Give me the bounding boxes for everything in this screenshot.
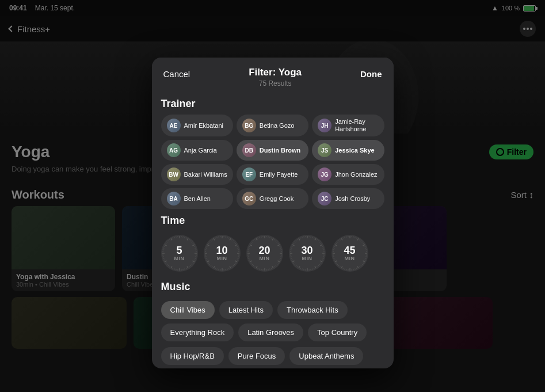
time-value: 10	[216, 245, 227, 256]
trainer-grid: AE Amir Ekbatani BG Betina Gozo JH Jamie…	[161, 115, 384, 209]
trainer-chip[interactable]: GC Gregg Cook	[237, 188, 308, 209]
more-music-chip[interactable]: Hip Hop/R&B	[161, 347, 224, 365]
more-music-chip[interactable]: Pure Focus	[228, 347, 285, 365]
trainer-chip[interactable]: JS Jessica Skye	[312, 140, 384, 161]
svg-line-100	[207, 261, 209, 262]
done-button[interactable]: Done	[360, 67, 382, 79]
time-option[interactable]: 45 MIN	[331, 235, 368, 272]
trainer-name: Gregg Cook	[260, 195, 294, 203]
svg-line-80	[235, 261, 237, 262]
svg-line-191	[322, 246, 323, 247]
svg-line-143	[275, 265, 276, 266]
trainer-name: Jamie-Ray Hartshorne	[335, 118, 378, 133]
trainer-chip[interactable]: BG Betina Gozo	[237, 115, 308, 136]
svg-line-214	[300, 268, 300, 269]
music-chip[interactable]: Latin Grooves	[238, 324, 303, 341]
trainer-chip[interactable]: AG Anja Garcia	[161, 140, 233, 161]
trainer-chip[interactable]: BA Ben Allen	[161, 188, 233, 209]
svg-line-236	[300, 238, 300, 239]
svg-line-99	[208, 263, 209, 264]
more-music-row: Hip Hop/R&BPure FocusUpbeat Anthems	[161, 345, 384, 365]
svg-line-140	[277, 261, 279, 262]
time-value: 5	[176, 245, 182, 256]
time-option[interactable]: 5 MIN	[161, 235, 198, 272]
svg-line-87	[227, 269, 227, 270]
music-chip[interactable]: Throwback Hits	[277, 301, 348, 319]
svg-line-157	[253, 265, 253, 266]
music-chip[interactable]: Latest Hits	[219, 301, 273, 319]
time-option[interactable]: 20 MIN	[246, 235, 283, 272]
svg-line-139	[279, 260, 280, 261]
svg-line-278	[337, 264, 337, 265]
svg-line-113	[210, 241, 211, 241]
trainer-name: Jhon Gonzalez	[335, 171, 377, 178]
more-music-chip[interactable]: Upbeat Anthems	[289, 347, 363, 365]
trainer-chip[interactable]: JG Jhon Gonzalez	[312, 164, 384, 185]
time-value: 30	[301, 245, 312, 256]
trainer-chip[interactable]: JC Josh Crosby	[312, 188, 384, 209]
trainer-chip[interactable]: BW Bakari Williams	[161, 164, 233, 185]
svg-line-155	[256, 267, 257, 268]
time-value: 20	[258, 245, 270, 256]
svg-line-266	[356, 268, 357, 269]
svg-line-110	[207, 245, 209, 246]
svg-line-125	[272, 238, 273, 240]
svg-line-277	[338, 265, 338, 266]
svg-line-265	[357, 267, 359, 268]
svg-line-81	[235, 263, 236, 264]
cancel-button[interactable]: Cancel	[163, 67, 190, 79]
svg-line-274	[342, 268, 343, 269]
svg-line-260	[363, 261, 364, 262]
svg-line-96	[212, 267, 212, 268]
svg-line-297	[344, 237, 345, 238]
trainer-name: Dustin Brown	[260, 147, 301, 154]
svg-line-207	[312, 269, 312, 270]
svg-line-123	[269, 237, 270, 238]
music-chip[interactable]: Everything Rock	[161, 324, 234, 341]
svg-line-49	[163, 246, 165, 247]
trainer-name: Josh Crosby	[335, 195, 370, 203]
svg-line-280	[335, 261, 337, 262]
svg-line-187	[318, 241, 318, 241]
music-chip[interactable]: Chill Vibes	[161, 301, 215, 319]
svg-line-184	[314, 238, 314, 239]
trainer-chip[interactable]: JH Jamie-Ray Hartshorne	[312, 115, 384, 136]
svg-line-288	[333, 248, 334, 249]
svg-line-252	[365, 248, 366, 249]
trainer-chip[interactable]: DB Dustin Brown	[237, 140, 308, 161]
svg-line-84	[231, 267, 232, 268]
svg-line-198	[322, 258, 323, 259]
svg-line-216	[297, 267, 298, 268]
music-chip[interactable]: Top Country	[308, 324, 367, 341]
svg-line-159	[250, 263, 251, 264]
svg-line-94	[215, 268, 215, 269]
trainer-section-header: Trainer	[161, 92, 384, 115]
svg-line-192	[322, 248, 323, 249]
time-option[interactable]: 30 MIN	[289, 235, 326, 272]
svg-line-9	[192, 243, 193, 244]
svg-line-22	[191, 264, 192, 265]
svg-line-141	[277, 263, 279, 264]
trainer-chip[interactable]: EF Emily Fayette	[237, 164, 308, 185]
svg-line-189	[320, 243, 321, 244]
svg-line-213	[302, 269, 302, 270]
svg-line-131	[279, 246, 280, 247]
svg-line-18	[195, 258, 196, 259]
trainer-chip[interactable]: AE Amir Ekbatani	[161, 115, 233, 136]
svg-line-233	[295, 241, 296, 241]
svg-line-203	[318, 265, 318, 266]
svg-line-188	[319, 242, 319, 242]
svg-line-267	[355, 269, 355, 270]
time-option[interactable]: 10 MIN	[204, 235, 241, 272]
svg-line-292	[337, 242, 337, 242]
trainer-name: Ben Allen	[184, 195, 211, 203]
svg-line-39	[165, 263, 166, 264]
svg-line-158	[251, 264, 252, 265]
svg-line-160	[250, 261, 251, 262]
svg-line-171	[250, 243, 251, 244]
svg-line-7	[190, 241, 190, 241]
music-grid: Chill VibesLatest HitsThrowback HitsEver…	[161, 298, 384, 345]
svg-line-161	[249, 260, 250, 261]
svg-line-232	[294, 242, 295, 242]
svg-line-190	[320, 245, 322, 246]
